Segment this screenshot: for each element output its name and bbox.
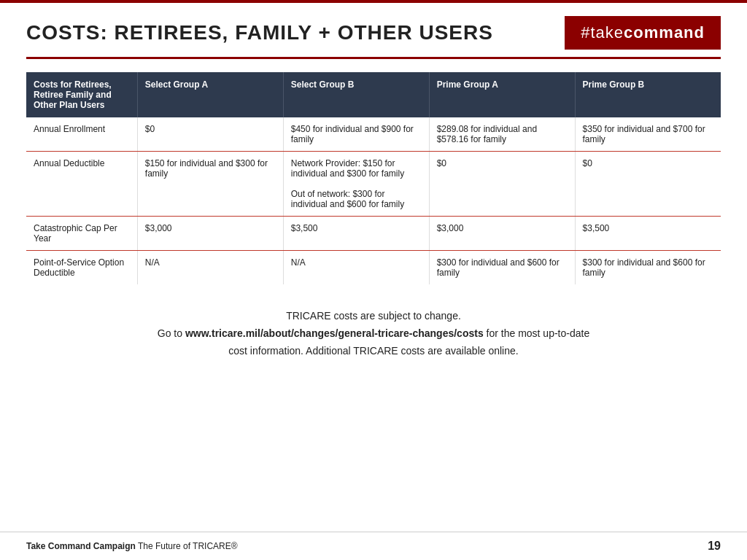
footer-line2: Go to www.tricare.mil/about/changes/gene… bbox=[44, 325, 703, 343]
badge-bold: command bbox=[624, 23, 705, 42]
table-row: Annual Enrollment$0$450 for individual a… bbox=[26, 117, 721, 152]
table-cell: $0 bbox=[137, 117, 283, 152]
header-section: COSTS: RETIREES, FAMILY + OTHER USERS #t… bbox=[0, 3, 747, 57]
page-container: COSTS: RETIREES, FAMILY + OTHER USERS #t… bbox=[0, 0, 747, 560]
table-cell: $289.08 for individual and $578.16 for f… bbox=[429, 117, 575, 152]
table-cell: $350 for individual and $700 for family bbox=[575, 117, 721, 152]
table-cell: $150 for individual and $300 for family bbox=[137, 152, 283, 217]
footer-text: TRICARE costs are subject to change. Go … bbox=[0, 292, 747, 367]
title-bold: COSTS: bbox=[26, 21, 108, 44]
footer-line3: cost information. Additional TRICARE cos… bbox=[44, 343, 703, 360]
page-number: 19 bbox=[708, 540, 721, 553]
footer-url: www.tricare.mil/about/changes/general-tr… bbox=[185, 327, 484, 339]
table-header-row: Costs for Retirees, Retiree Family and O… bbox=[26, 72, 721, 117]
col-header-prime-a: Prime Group A bbox=[429, 72, 575, 117]
table-row: Annual Deductible$150 for individual and… bbox=[26, 152, 721, 217]
table-cell: $300 for individual and $600 for family bbox=[429, 251, 575, 285]
table-cell: $450 for individual and $900 for family bbox=[283, 117, 429, 152]
title-rest: RETIREES, FAMILY + OTHER USERS bbox=[108, 21, 493, 44]
campaign-rest: The Future of TRICARE® bbox=[136, 541, 238, 551]
col-header-label: Costs for Retirees, Retiree Family and O… bbox=[26, 72, 137, 117]
table-row: Point-of-Service Option DeductibleN/AN/A… bbox=[26, 251, 721, 285]
table-cell: $0 bbox=[575, 152, 721, 217]
table-cell: $3,000 bbox=[137, 217, 283, 251]
table-row: Catastrophic Cap Per Year$3,000$3,500$3,… bbox=[26, 217, 721, 251]
table-cell: N/A bbox=[137, 251, 283, 285]
footer-line1: TRICARE costs are subject to change. bbox=[44, 308, 703, 325]
table-cell: $300 for individual and $600 for family bbox=[575, 251, 721, 285]
table-cell: $3,000 bbox=[429, 217, 575, 251]
table-cell: Network Provider: $150 for individual an… bbox=[283, 152, 429, 217]
table-cell: $3,500 bbox=[283, 217, 429, 251]
table-cell: N/A bbox=[283, 251, 429, 285]
badge-hash: #take bbox=[581, 23, 624, 42]
table-cell: $0 bbox=[429, 152, 575, 217]
table-cell: $3,500 bbox=[575, 217, 721, 251]
col-header-select-a: Select Group A bbox=[137, 72, 283, 117]
hashtag-badge: #takecommand bbox=[565, 16, 721, 50]
table-cell: Annual Deductible bbox=[26, 152, 137, 217]
bottom-bar: Take Command Campaign The Future of TRIC… bbox=[0, 532, 747, 560]
costs-table: Costs for Retirees, Retiree Family and O… bbox=[26, 72, 721, 284]
page-title: COSTS: RETIREES, FAMILY + OTHER USERS bbox=[26, 21, 493, 44]
footer-suffix: for the most up-to-date bbox=[484, 327, 590, 339]
table-cell: Catastrophic Cap Per Year bbox=[26, 217, 137, 251]
table-cell: Point-of-Service Option Deductible bbox=[26, 251, 137, 285]
table-section: Costs for Retirees, Retiree Family and O… bbox=[0, 59, 747, 292]
col-header-select-b: Select Group B bbox=[283, 72, 429, 117]
footer-prefix: Go to bbox=[158, 327, 185, 339]
bottom-campaign: Take Command Campaign The Future of TRIC… bbox=[26, 541, 238, 551]
campaign-bold: Take Command Campaign bbox=[26, 541, 136, 551]
table-cell: Annual Enrollment bbox=[26, 117, 137, 152]
col-header-prime-b: Prime Group B bbox=[575, 72, 721, 117]
